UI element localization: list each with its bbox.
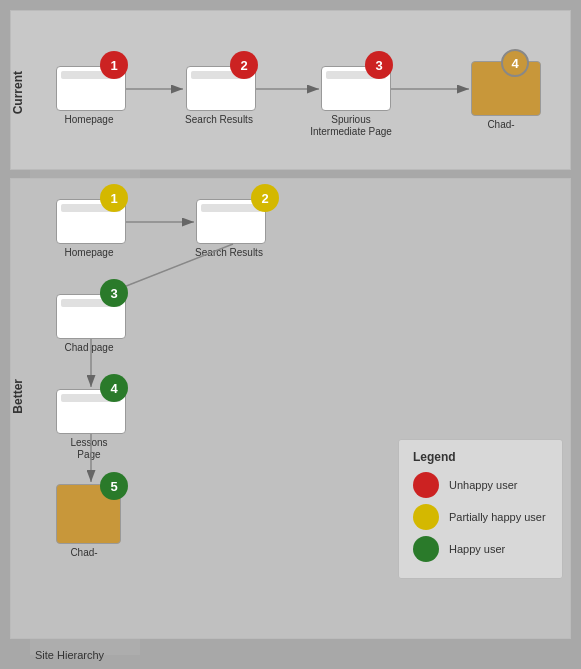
better-label-3: Chad page bbox=[49, 342, 129, 354]
legend-red-circle bbox=[413, 472, 439, 498]
legend-item-red: Unhappy user bbox=[413, 472, 548, 498]
main-container: Current 1 Homepage 2 Search Results 3 Sp… bbox=[0, 0, 581, 669]
legend-partial-label: Partially happy user bbox=[449, 511, 546, 523]
current-label-2: Search Results bbox=[179, 114, 259, 126]
current-circle-1: 1 bbox=[100, 51, 128, 79]
current-section: Current 1 Homepage 2 Search Results 3 Sp… bbox=[10, 10, 571, 170]
better-label-4: LessonsPage bbox=[49, 437, 129, 461]
better-label-1: Homepage bbox=[49, 247, 129, 259]
better-label-2: Search Results bbox=[189, 247, 269, 259]
better-circle-4: 4 bbox=[100, 374, 128, 402]
legend-title: Legend bbox=[413, 450, 548, 464]
better-label: Better bbox=[11, 379, 27, 414]
current-label-3: SpuriousIntermediate Page bbox=[306, 114, 396, 138]
current-circle-2: 2 bbox=[230, 51, 258, 79]
legend: Legend Unhappy user Partially happy user… bbox=[398, 439, 563, 579]
legend-happy-label: Happy user bbox=[449, 543, 505, 555]
legend-yellow-circle bbox=[413, 504, 439, 530]
current-circle-3: 3 bbox=[365, 51, 393, 79]
current-label-4: Chad- bbox=[466, 119, 536, 131]
legend-item-green: Happy user bbox=[413, 536, 548, 562]
site-hierarchy-label: Site Hierarchy bbox=[35, 649, 104, 661]
better-circle-3: 3 bbox=[100, 279, 128, 307]
legend-green-circle bbox=[413, 536, 439, 562]
current-label: Current bbox=[11, 71, 27, 114]
current-label-1: Homepage bbox=[49, 114, 129, 126]
better-circle-1: 1 bbox=[100, 184, 128, 212]
legend-item-yellow: Partially happy user bbox=[413, 504, 548, 530]
legend-unhappy-label: Unhappy user bbox=[449, 479, 518, 491]
better-circle-2: 2 bbox=[251, 184, 279, 212]
current-circle-4: 4 bbox=[501, 49, 529, 77]
better-circle-5: 5 bbox=[100, 472, 128, 500]
better-label-5: Chad- bbox=[49, 547, 119, 559]
